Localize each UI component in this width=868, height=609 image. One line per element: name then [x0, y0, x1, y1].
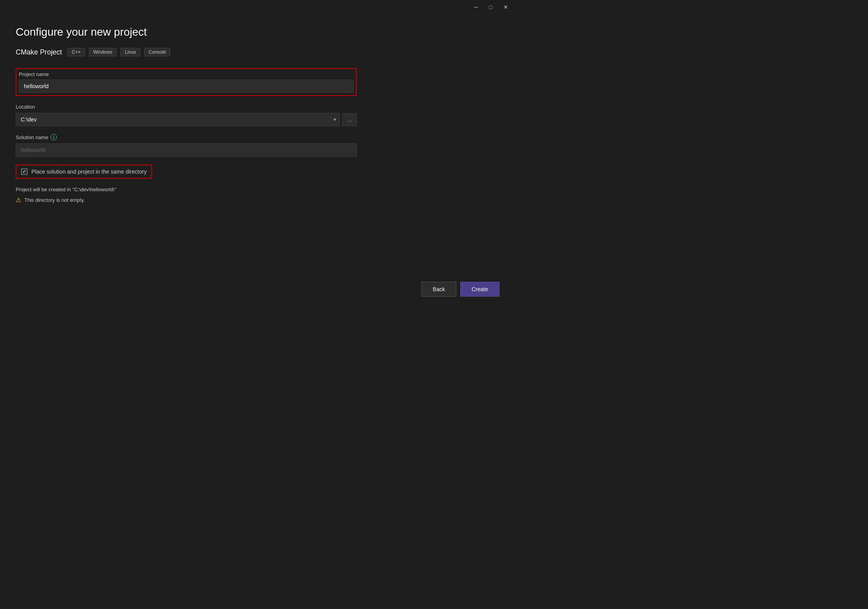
location-select[interactable]: C:\dev [16, 113, 340, 126]
same-directory-checkbox[interactable] [21, 169, 27, 175]
close-button[interactable]: ✕ [501, 4, 510, 11]
warning-icon: ⚠ [16, 196, 21, 204]
solution-name-input[interactable] [16, 143, 357, 157]
info-icon: i [51, 134, 57, 140]
back-button[interactable]: Back [421, 282, 456, 297]
location-group: Location C:\dev ▾ ... [16, 104, 357, 126]
tag-windows: Windows [89, 48, 117, 56]
main-content: Configure your new project CMake Project… [0, 14, 515, 216]
browse-button[interactable]: ... [342, 113, 357, 126]
solution-name-label: Solution name i [16, 134, 357, 140]
project-name-input[interactable] [19, 80, 354, 93]
tag-console: Console [144, 48, 170, 56]
location-select-wrapper: C:\dev ▾ [16, 113, 340, 126]
location-label: Location [16, 104, 357, 110]
warning-text: This directory is not empty. [24, 197, 85, 203]
minimize-button[interactable]: ─ [472, 4, 481, 11]
solution-name-group: Solution name i [16, 134, 357, 157]
project-name-section: Project name [16, 68, 357, 96]
tag-linux: Linux [120, 48, 140, 56]
form-section: Project name Location C:\dev ▾ ... Solut… [16, 68, 357, 204]
warning-row: ⚠ This directory is not empty. [16, 196, 357, 204]
project-type-row: CMake Project C++ Windows Linux Console [16, 48, 499, 56]
title-bar: ─ □ ✕ [0, 0, 515, 14]
same-directory-label: Place solution and project in the same d… [31, 169, 147, 175]
maximize-button[interactable]: □ [487, 4, 495, 11]
create-button[interactable]: Create [460, 282, 499, 297]
tag-cpp: C++ [67, 48, 85, 56]
project-type-name: CMake Project [16, 48, 62, 56]
project-path-info: Project will be created in "C:\dev\hello… [16, 187, 357, 192]
project-name-label: Project name [19, 71, 354, 77]
page-title: Configure your new project [16, 26, 499, 38]
bottom-bar: Back Create [421, 282, 499, 297]
location-row: C:\dev ▾ ... [16, 113, 357, 126]
same-directory-checkbox-wrapper[interactable]: Place solution and project in the same d… [16, 165, 152, 179]
